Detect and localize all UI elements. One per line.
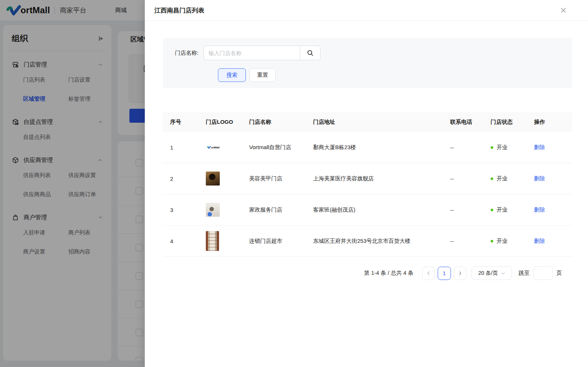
close-icon (560, 7, 567, 14)
store-name: 美容美甲门店 (242, 175, 306, 182)
pagination-summary: 第 1-4 条 / 总共 4 条 (364, 270, 413, 277)
store-logo-image (206, 172, 220, 186)
col-address: 门店地址 (306, 119, 443, 126)
store-phone: -- (443, 238, 483, 244)
row-index: 1 (163, 144, 198, 151)
close-button[interactable] (558, 5, 569, 16)
prev-page-button[interactable] (422, 267, 435, 280)
delete-link[interactable]: 删除 (534, 238, 545, 245)
col-status: 门店状态 (483, 119, 527, 126)
table-row: 1 ortMall Vortmall自营门店 (163, 132, 572, 163)
status-dot (491, 146, 493, 149)
table-row: 3 家政服务门店 客家班(融创茂店) -- 开业 删除 (163, 194, 572, 226)
jump-to-page-input[interactable] (533, 266, 553, 280)
col-phone: 联系电话 (443, 119, 483, 126)
store-name-label: 门店名称: (175, 50, 198, 57)
delete-link[interactable]: 删除 (534, 144, 545, 151)
store-name: 连锁门店超市 (242, 238, 306, 245)
table-row: 2 美容美甲门店 上海美莱医疗美容旗舰店 -- 开业 删除 (163, 163, 572, 194)
col-logo: 门店LOGO (198, 119, 242, 126)
status-badge: 开业 (496, 175, 508, 182)
store-address: 客家班(融创茂店) (306, 206, 443, 213)
store-logo-image: ortMall (206, 140, 220, 155)
table-header: 序号 门店LOGO 门店名称 门店地址 联系电话 门店状态 操作 (163, 112, 572, 132)
jump-to-label: 跳至 (519, 270, 530, 277)
store-name-input[interactable] (204, 46, 300, 60)
status-badge: 开业 (496, 144, 508, 151)
store-phone: -- (443, 144, 483, 151)
page-suffix-label: 页 (556, 270, 562, 277)
status-dot (491, 177, 493, 180)
store-phone: -- (443, 207, 483, 213)
store-phone: -- (443, 176, 483, 182)
next-page-button[interactable] (454, 267, 466, 280)
chevron-down-icon (501, 271, 505, 276)
reset-button[interactable]: 重置 (250, 68, 276, 82)
page-size-value: 20 条/页 (478, 270, 498, 277)
drawer-title: 江西南昌门店列表 (154, 6, 204, 15)
page-size-select[interactable]: 20 条/页 (472, 266, 512, 280)
vortmall-v-icon (207, 146, 211, 149)
store-name: 家政服务门店 (242, 206, 306, 213)
store-list-drawer: 江西南昌门店列表 门店名称: 搜索 重 (145, 0, 588, 367)
delete-link[interactable]: 删除 (534, 206, 545, 213)
status-badge: 开业 (496, 206, 508, 213)
store-name: Vortmall自营门店 (242, 144, 306, 151)
store-address: 东城区王府井大街253号北京市百货大楼 (306, 238, 443, 245)
status-dot (491, 240, 493, 242)
drawer-header: 江西南昌门店列表 (145, 0, 588, 21)
status-badge: 开业 (496, 238, 508, 245)
page-number-button[interactable]: 1 (438, 267, 451, 280)
store-address: 鄱商大厦B栋23楼 (306, 144, 443, 151)
app-stage: ortMall 商家平台 商城 组织 门店管理 门店列表 门店设置 (0, 0, 588, 367)
table-row: 4 连锁门店超市 东城区王府井大街253号北京市百货大楼 -- 开业 删除 (163, 226, 572, 257)
row-index: 3 (163, 207, 198, 213)
col-index: 序号 (163, 119, 198, 126)
chevron-left-icon (426, 271, 431, 276)
col-name: 门店名称 (242, 119, 306, 126)
search-icon (307, 50, 313, 56)
search-panel: 门店名称: 搜索 重置 (163, 38, 572, 88)
search-icon-button[interactable] (300, 46, 320, 60)
status-dot (491, 209, 493, 211)
chevron-right-icon (458, 271, 463, 276)
store-address: 上海美莱医疗美容旗舰店 (306, 175, 443, 182)
col-actions: 操作 (527, 119, 572, 126)
row-index: 4 (163, 238, 198, 244)
delete-link[interactable]: 删除 (534, 175, 545, 182)
search-button[interactable]: 搜索 (218, 68, 246, 82)
store-logo-image (206, 203, 220, 217)
store-logo-image (206, 231, 219, 251)
pagination: 第 1-4 条 / 总共 4 条 1 20 条/页 跳至 页 (163, 266, 572, 280)
row-index: 2 (163, 176, 198, 182)
store-table: 序号 门店LOGO 门店名称 门店地址 联系电话 门店状态 操作 1 (163, 112, 572, 257)
